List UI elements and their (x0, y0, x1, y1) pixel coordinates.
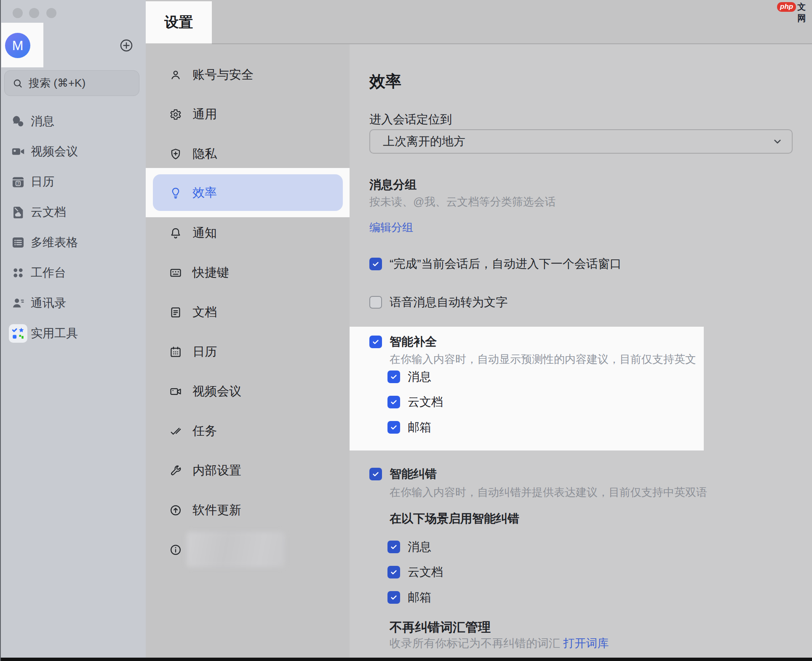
checkbox[interactable] (387, 591, 400, 604)
search-input[interactable]: 搜索 (⌘+K) (4, 70, 139, 96)
info-icon (169, 544, 182, 556)
nav-item-efficiency[interactable]: 效率 (153, 174, 343, 211)
chevron-down-icon (772, 136, 783, 147)
nav-item-label: 隐私 (192, 146, 217, 163)
smart-correct-scene-title: 在以下场景启用智能纠错 (390, 511, 519, 527)
checkbox[interactable] (369, 468, 382, 480)
checkbox[interactable] (387, 541, 400, 553)
nav-item-software-update[interactable]: 软件更新 (146, 490, 350, 530)
contacts-icon (11, 296, 25, 310)
avatar[interactable]: M (5, 33, 30, 58)
nav-item-video-meeting-settings[interactable]: 视频会议 (146, 372, 350, 411)
calendar-icon: 7 (11, 175, 25, 189)
nav-item-label: 通知 (192, 225, 217, 242)
checkbox[interactable] (387, 421, 400, 434)
avatar-spotlight: M (1, 23, 43, 67)
sidebar-item-contacts[interactable]: 通讯录 (0, 288, 146, 318)
voice-to-text-checkbox-row[interactable]: 语音消息自动转为文字 (369, 295, 508, 310)
nav-item-label: 快捷键 (192, 264, 229, 281)
plus-circle-icon (119, 38, 134, 53)
edit-groups-link[interactable]: 编辑分组 (369, 220, 413, 235)
nav-item-label: 日历 (192, 344, 217, 360)
nav-item-notifications[interactable]: 通知 (146, 213, 350, 253)
app-window: M 搜索 (⌘+K) 消息 (0, 0, 812, 661)
gear-icon (169, 108, 182, 121)
sidebar-item-workbench[interactable]: 工作台 (0, 258, 146, 288)
zoom-window-button[interactable] (46, 8, 56, 18)
nav-item-general[interactable]: 通用 (146, 95, 350, 134)
nav-item-label: 软件更新 (192, 502, 241, 519)
smart-correct-scope-mail[interactable]: 邮箱 (387, 590, 431, 605)
keyboard-icon (169, 267, 182, 279)
nav-item-shortcuts[interactable]: 快捷键 (146, 253, 350, 293)
checkbox-label: 云文档 (408, 394, 443, 410)
smart-correct-checkbox-row[interactable]: 智能纠错 (369, 466, 437, 482)
checkbox[interactable] (369, 336, 382, 348)
user-icon (169, 69, 182, 81)
svg-text:7: 7 (17, 181, 19, 186)
smart-complete-scope-messages[interactable]: 消息 (387, 369, 431, 384)
sidebar-item-video-meeting[interactable]: 视频会议 (0, 136, 146, 167)
auto-next-checkbox-row[interactable]: “完成”当前会话后，自动进入下一个会话窗口 (369, 256, 622, 272)
sidebar-item-label: 通讯录 (31, 295, 66, 311)
nav-item-internal-settings[interactable]: 内部设置 (146, 451, 350, 490)
smart-correct-scope-messages[interactable]: 消息 (387, 539, 431, 554)
minimize-window-button[interactable] (29, 8, 39, 18)
nav-item-docs[interactable]: 文档 (146, 293, 350, 332)
checkbox-label: 邮箱 (408, 419, 431, 435)
watermark: php 中文网 (777, 1, 812, 12)
nav-item-calendar-settings[interactable]: 日历 (146, 332, 350, 372)
sidebar-item-base-table[interactable]: 多维表格 (0, 227, 146, 258)
nav-item-label: 任务 (192, 423, 217, 440)
sidebar-item-label: 视频会议 (31, 144, 78, 160)
smart-complete-desc: 在你输入内容时，自动显示预测性的内容建议，目前仅支持英文 (390, 352, 696, 367)
smart-complete-scope-mail[interactable]: 邮箱 (387, 420, 431, 435)
nav-item-label: 内部设置 (192, 462, 241, 479)
sidebar-item-utilities[interactable]: 实用工具 (0, 318, 146, 349)
nav-item-label: 视频会议 (192, 383, 241, 400)
video-camera-icon (11, 144, 25, 159)
window-bottom-edge (0, 658, 812, 661)
cloud-document-icon (11, 205, 25, 219)
smart-complete-checkbox-row[interactable]: 智能补全 (369, 334, 437, 349)
checkbox[interactable] (387, 370, 400, 383)
checkbox[interactable] (387, 396, 400, 408)
checkbox[interactable] (369, 258, 382, 270)
blurred-version-label (187, 532, 285, 567)
nav-item-tasks[interactable]: 任务 (146, 411, 350, 451)
watermark-logo: php (777, 2, 796, 12)
nav-item-account-security[interactable]: 账号与安全 (146, 55, 350, 95)
sidebar-item-label: 工作台 (31, 265, 66, 281)
grouping-title: 消息分组 (369, 177, 417, 193)
checkbox-label: 云文档 (408, 564, 443, 580)
grouping-desc: 按未读、@我、云文档等分类筛选会话 (369, 195, 556, 209)
page-title: 效率 (369, 71, 401, 92)
smart-correct-scope-docs[interactable]: 云文档 (387, 565, 443, 580)
smart-complete-scope-docs[interactable]: 云文档 (387, 394, 443, 410)
checkbox-label: 智能补全 (390, 334, 437, 350)
workbench-dots-icon (11, 266, 25, 280)
nav-item-label: 文档 (192, 304, 217, 321)
locate-select[interactable]: 上次离开的地方 (369, 129, 793, 154)
checkbox[interactable] (369, 296, 382, 309)
sidebar-item-cloud-docs[interactable]: 云文档 (0, 197, 146, 227)
dict-title: 不再纠错词汇管理 (390, 619, 491, 636)
sidebar-item-label: 消息 (31, 113, 54, 129)
nav-item-label: 账号与安全 (192, 67, 254, 83)
open-dictionary-link[interactable]: 打开词库 (564, 637, 609, 650)
shield-plus-icon (169, 148, 182, 160)
nav-item-efficiency-spotlight: 效率 (146, 168, 350, 217)
sidebar-item-messages[interactable]: 消息 (0, 106, 146, 136)
add-button[interactable] (119, 38, 134, 53)
bell-icon (169, 227, 182, 240)
checkbox[interactable] (387, 566, 400, 578)
checkbox-label: 语音消息自动转为文字 (390, 294, 508, 310)
sidebar-item-label: 日历 (31, 174, 54, 190)
efficiency-panel: 效率 进入会话定位到 上次离开的地方 消息分组 按未读、@我、云文档等分类筛选会… (350, 44, 812, 658)
wrench-icon (169, 464, 182, 477)
close-window-button[interactable] (13, 8, 23, 18)
sidebar-item-calendar[interactable]: 7 日历 (0, 167, 146, 197)
document-icon (169, 306, 182, 319)
checkbox-label: 智能纠错 (390, 466, 437, 482)
sidebar-menu: 消息 视频会议 7 日历 (0, 106, 146, 349)
